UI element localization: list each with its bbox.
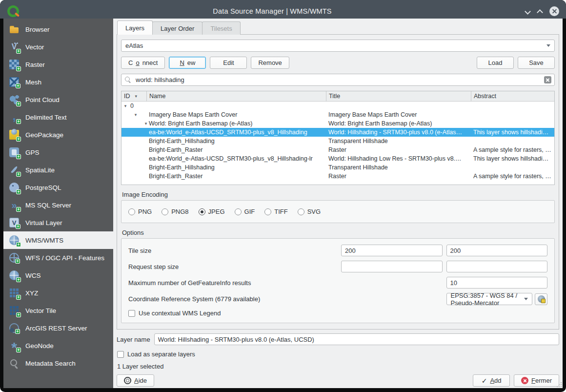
select-crs-button[interactable]: [535, 293, 547, 305]
sidebar-item-raster[interactable]: +Raster: [3, 56, 113, 73]
sidebar-item-browser[interactable]: Browser: [3, 21, 113, 38]
column-header-title[interactable]: Title: [326, 91, 471, 101]
load-separate-checkbox[interactable]: Load as separate layers: [117, 351, 559, 358]
encoding-radio-png[interactable]: PNG: [128, 208, 152, 215]
search-input[interactable]: [135, 76, 541, 84]
sidebar-item-postgresql[interactable]: +PostgreSQL: [3, 179, 113, 196]
connect-button[interactable]: Connect: [121, 57, 165, 69]
tab-layer-order[interactable]: Layer Order: [152, 21, 202, 35]
sidebar-item-metadata-search[interactable]: Metadata Search: [3, 354, 113, 372]
layers-table[interactable]: ID ▾ Name Title Abstract ▾0▾Imagery Base…: [121, 91, 555, 185]
row-name: [147, 102, 326, 110]
add-badge-icon: +: [16, 119, 21, 124]
maximize-window-icon[interactable]: [537, 8, 543, 14]
table-row[interactable]: ▾World: Bright Earth Basemap (e-Atlas)Wo…: [121, 119, 554, 128]
radio-label: PNG: [138, 208, 152, 215]
encoding-radio-svg[interactable]: SVG: [298, 208, 321, 215]
virtual-layer-icon: +: [9, 218, 19, 227]
row-title: Transparent Hillshade: [326, 163, 471, 172]
sidebar-item-spatialite[interactable]: +SpatiaLite: [3, 161, 113, 179]
add-badge-icon: +: [16, 102, 21, 106]
encoding-radio-jpeg[interactable]: JPEG: [199, 208, 225, 215]
expander-icon[interactable]: ▾: [122, 103, 128, 108]
table-row[interactable]: Bright-Earth_RasterRasterA sample style …: [121, 145, 554, 154]
table-row[interactable]: Bright-Earth_HillshadingTransparent Hill…: [121, 163, 554, 172]
sidebar-item-wcs[interactable]: +WCS: [3, 267, 113, 284]
close-window-icon[interactable]: [549, 6, 559, 16]
layer-name-label: Layer name: [117, 336, 150, 343]
row-abstract: This layer shows hillshadi…: [471, 154, 554, 163]
tile-width-input[interactable]: [341, 245, 443, 256]
sidebar-item-label: ArcGIS REST Server: [25, 325, 87, 332]
load-button[interactable]: Load: [477, 57, 514, 69]
row-name: Bright-Earth_Hillshading: [147, 163, 326, 172]
connection-select[interactable]: eAtlas: [121, 40, 555, 52]
layer-search-field[interactable]: [121, 74, 555, 86]
tile-size-label: Tile size: [128, 247, 337, 254]
row-title: World: Hillshading Low Res - SRTM30-plus…: [326, 154, 471, 163]
sidebar-item-geopackage[interactable]: +GeoPackage: [3, 126, 113, 144]
encoding-radio-tiff[interactable]: TIFF: [264, 208, 287, 215]
tab-layers[interactable]: Layers: [117, 21, 153, 35]
sidebar-item-point-cloud[interactable]: +Point Cloud: [3, 91, 113, 108]
add-badge-icon: +: [15, 329, 20, 334]
sidebar-item-arcgis-rest-server[interactable]: +ArcGIS REST Server: [3, 319, 113, 337]
clear-search-icon[interactable]: [544, 76, 551, 83]
layer-name-input[interactable]: [154, 333, 559, 345]
sidebar-item-xyz[interactable]: +XYZ: [3, 284, 113, 302]
sidebar-item-vector[interactable]: +Vector: [3, 38, 113, 56]
remove-button[interactable]: Remove: [251, 57, 289, 69]
sidebar-item-mesh[interactable]: +Mesh: [3, 73, 113, 91]
sidebar-item-wms-wmts[interactable]: +WMS/WMTS: [3, 231, 113, 249]
column-header-name[interactable]: Name: [147, 91, 326, 101]
feature-info-input[interactable]: [446, 277, 548, 289]
shade-window-icon[interactable]: [525, 8, 530, 14]
table-row[interactable]: ▾0: [121, 102, 554, 110]
crs-select[interactable]: EPSG:3857 - WGS 84 / Pseudo-Mercator: [446, 293, 533, 305]
encoding-radio-gif[interactable]: GIF: [235, 208, 255, 215]
sidebar-item-label: SpatiaLite: [25, 166, 55, 174]
connection-value: eAtlas: [125, 42, 143, 49]
sidebar-item-ms-sql-server[interactable]: +MS SQL Server: [3, 196, 113, 214]
sidebar-item-vector-tile[interactable]: +Vector Tile: [3, 302, 113, 319]
save-button[interactable]: Save: [518, 57, 555, 69]
radio-icon: [298, 208, 304, 215]
radio-icon: [235, 208, 242, 215]
encoding-radio-png8[interactable]: PNG8: [162, 208, 188, 215]
geonode-icon: +: [9, 341, 19, 351]
row-name: Bright-Earth_Raster: [147, 145, 326, 154]
new-button[interactable]: New: [169, 57, 206, 69]
add-badge-icon: +: [16, 172, 21, 177]
feature-info-label: Maximum number of GetFeatureInfo results: [128, 279, 443, 287]
sidebar-item-gps[interactable]: +GPS: [3, 144, 113, 161]
layers-tab-panel: eAtlas Connect New Edit Remove Load Save: [117, 34, 559, 330]
data-source-manager-window: Data Source Manager | WMS/WMTS Browser+V…: [0, 0, 566, 392]
sidebar-item-geonode[interactable]: +GeoNode: [3, 337, 113, 354]
table-row[interactable]: Bright-Earth_RasterRasterA sample style …: [121, 172, 554, 181]
request-step-width-input[interactable]: [341, 261, 443, 272]
table-row[interactable]: ea-be:World_e-Atlas-UCSD_SRTM30-plus_v8_…: [121, 154, 554, 163]
check-icon: ✓: [482, 377, 487, 384]
tab-bar: LayersLayer OrderTilesets: [117, 21, 559, 35]
vector-icon: +: [9, 42, 19, 52]
sidebar-item-wfs-ogc-api-features[interactable]: +WFS / OGC API - Features: [3, 249, 113, 267]
sidebar-item-delimited-text[interactable]: +Delimited Text: [3, 108, 113, 126]
wms-globe-icon: +: [9, 235, 19, 245]
resize-grip[interactable]: [557, 382, 562, 387]
table-row[interactable]: ▾Imagery Base Maps Earth CoverImagery Ba…: [121, 110, 554, 119]
wms-legend-checkbox[interactable]: Use contextual WMS Legend: [128, 309, 547, 317]
table-row[interactable]: ea-be:World_e-Atlas-UCSD_SRTM30-plus_v8_…: [121, 128, 554, 137]
help-button[interactable]: Aide: [117, 374, 154, 387]
add-button[interactable]: ✓ Add: [473, 374, 510, 387]
column-header-abstract[interactable]: Abstract: [471, 91, 554, 101]
column-header-id[interactable]: ID ▾: [121, 91, 147, 101]
edit-button[interactable]: Edit: [210, 57, 247, 69]
radio-icon: [264, 208, 271, 215]
sidebar-item-virtual-layer[interactable]: +Virtual Layer: [3, 214, 113, 231]
table-row[interactable]: Bright-Earth_HillshadingTransparent Hill…: [121, 137, 554, 145]
close-dialog-button[interactable]: Fermer: [514, 374, 559, 387]
expander-icon[interactable]: ▾: [133, 112, 139, 117]
request-step-height-input[interactable]: [446, 261, 548, 272]
sidebar-item-label: Mesh: [25, 79, 41, 86]
tile-height-input[interactable]: [446, 245, 548, 256]
